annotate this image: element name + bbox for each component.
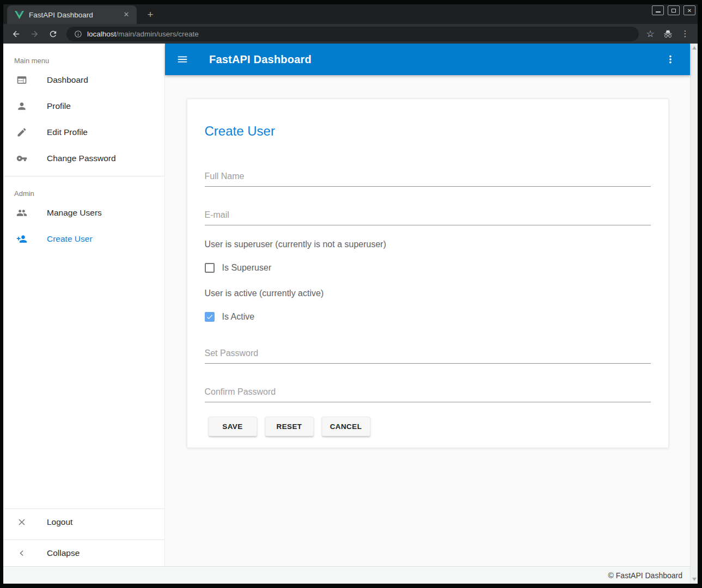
sidebar-section-admin: Admin [3,176,164,200]
tab-title: FastAPI Dashboard [29,11,117,19]
superuser-checkbox-row[interactable]: Is Superuser [205,263,651,273]
page-viewport: Main menu Dashboard Profile [3,44,698,584]
set-password-field-wrap [205,345,651,364]
forward-icon [30,29,39,39]
sidebar-item-label: Collapse [47,548,80,558]
page-scrollbar[interactable] [690,44,698,584]
back-button[interactable] [9,27,23,41]
chevron-left-icon [16,548,27,559]
cancel-button[interactable]: CANCEL [322,416,370,436]
superuser-checkbox[interactable] [205,263,215,273]
confirm-password-input[interactable] [205,383,651,402]
app-bar-menu-button[interactable] [660,48,681,70]
sidebar-item-label: Create User [47,234,93,244]
dashboard-icon [16,75,27,85]
person-add-icon [16,234,27,244]
forward-button[interactable] [27,27,41,41]
confirm-password-field-wrap [205,383,651,402]
app-bar-title: FastAPI Dashboard [209,53,660,66]
close-icon [16,517,27,528]
address-bar[interactable]: localhost/main/admin/users/create [66,27,639,41]
new-tab-button[interactable]: + [144,9,157,22]
person-icon [16,101,27,112]
active-checkbox[interactable] [205,312,215,322]
sidebar-item-label: Logout [47,517,72,527]
minimize-icon [656,11,661,13]
pencil-icon [16,127,27,138]
url-text: localhost/main/admin/users/create [87,30,199,38]
page-info-icon[interactable] [74,30,82,38]
email-field-wrap [205,206,651,225]
hamburger-icon [176,53,188,65]
tab-strip: FastAPI Dashboard ✕ + ✕ [3,4,698,24]
window-controls: ✕ [652,5,695,15]
reload-icon [48,29,58,39]
browser-menu-button[interactable]: ⋮ [678,27,692,41]
url-host: localhost [87,30,116,38]
create-user-card: Create User User is superuser (currently… [187,99,669,448]
sidebar-item-profile[interactable]: Profile [3,93,164,119]
sidebar-item-collapse[interactable]: Collapse [3,540,164,566]
app-bar: FastAPI Dashboard [165,44,690,75]
bookmark-star-button[interactable]: ☆ [643,27,657,41]
reset-button[interactable]: RESET [265,416,314,436]
toolbar-right: ☆ ⋮ [643,27,692,41]
sidebar-item-create-user[interactable]: Create User [3,226,164,252]
browser-window: FastAPI Dashboard ✕ + ✕ localhost/main/a… [0,0,702,588]
maximize-button[interactable] [668,5,680,15]
form-buttons: SAVE RESET CANCEL [209,416,651,436]
page-footer: © FastAPI Dashboard [3,566,690,584]
sidebar: Main menu Dashboard Profile [3,44,165,566]
main-content: FastAPI Dashboard Create User [165,44,690,566]
sidebar-item-logout[interactable]: Logout [3,509,164,535]
maximize-icon [672,9,676,13]
full-name-field-wrap [205,168,651,187]
set-password-input[interactable] [205,345,651,364]
tab-close-icon[interactable]: ✕ [121,10,131,20]
active-hint: User is active (currently active) [205,289,651,298]
email-input[interactable] [205,206,651,225]
sidebar-item-label: Change Password [47,154,116,163]
save-button[interactable]: SAVE [209,416,257,436]
sidebar-section-main-menu: Main menu [3,44,164,67]
superuser-hint: User is superuser (currently is not a su… [205,240,651,249]
full-name-input[interactable] [205,168,651,187]
close-window-button[interactable]: ✕ [683,5,695,15]
url-path: /main/admin/users/create [116,30,199,38]
incognito-avatar-button[interactable] [661,27,675,41]
minimize-button[interactable] [652,5,664,15]
sidebar-item-label: Dashboard [47,75,88,85]
incognito-icon [663,29,673,39]
sidebar-item-label: Profile [47,101,71,111]
key-icon [16,153,27,164]
sidebar-item-dashboard[interactable]: Dashboard [3,67,164,93]
hamburger-menu-button[interactable] [172,48,193,70]
sidebar-item-change-password[interactable]: Change Password [3,145,164,171]
sidebar-item-edit-profile[interactable]: Edit Profile [3,119,164,145]
sidebar-item-label: Manage Users [47,208,102,218]
checkmark-icon [206,313,213,321]
sidebar-item-manage-users[interactable]: Manage Users [3,200,164,226]
reload-button[interactable] [46,27,60,41]
scroll-up-icon[interactable] [692,46,697,50]
browser-toolbar: localhost/main/admin/users/create ☆ ⋮ [3,24,698,44]
back-icon [11,29,21,39]
sidebar-item-label: Edit Profile [47,127,88,137]
active-checkbox-row[interactable]: Is Active [205,312,651,322]
page-title: Create User [205,123,651,139]
superuser-checkbox-label: Is Superuser [222,263,272,273]
kebab-icon [664,53,676,65]
people-icon [16,207,27,218]
scroll-down-icon[interactable] [692,578,697,581]
sidebar-spacer [3,252,164,504]
copyright-text: © FastAPI Dashboard [608,571,682,580]
browser-tab[interactable]: FastAPI Dashboard ✕ [7,5,137,24]
active-checkbox-label: Is Active [222,312,255,322]
content-body: Create User User is superuser (currently… [165,75,690,566]
vue-favicon-icon [15,11,24,19]
